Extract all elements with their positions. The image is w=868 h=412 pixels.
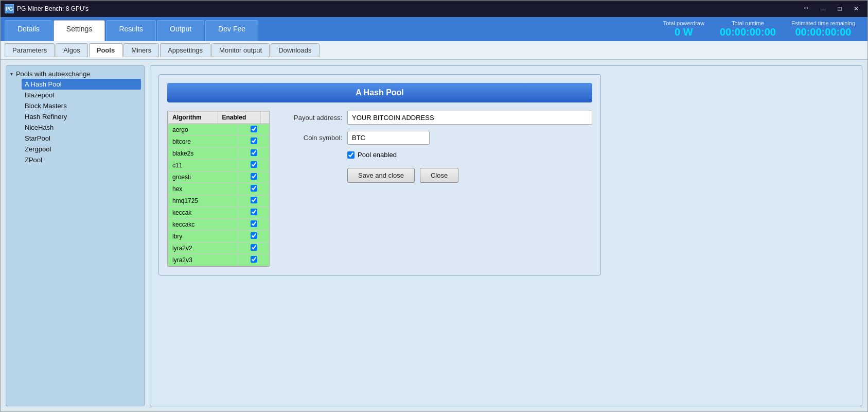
runtime-label: Total runtime — [720, 20, 776, 26]
close-button[interactable]: ✕ — [849, 4, 863, 14]
top-tab-bar: Details Settings Results Output Dev Fee … — [1, 17, 867, 41]
algo-enabled-cell[interactable] — [238, 243, 270, 254]
algo-name-cell: groesti — [168, 171, 238, 183]
algo-checkbox[interactable] — [251, 173, 257, 180]
button-row: Save and close Close — [347, 168, 592, 183]
algo-checkbox[interactable] — [251, 126, 257, 132]
algo-enabled-cell[interactable] — [238, 231, 270, 243]
pool-card-title: A Hash Pool — [167, 83, 592, 102]
main-window: PG PG Miner Bench: 8 GPU's ↔ — □ ✕ Detai… — [0, 0, 868, 412]
algo-enabled-cell[interactable] — [238, 148, 270, 160]
maximize-button[interactable]: □ — [832, 4, 847, 14]
algo-enabled-cell[interactable] — [238, 195, 270, 207]
pool-panel: A Hash Pool Algorithm Enabled — [150, 65, 862, 406]
runtime-block: Total runtime 00:00:00:00 — [720, 20, 776, 38]
algo-checkbox[interactable] — [251, 220, 257, 227]
subtab-appsettings[interactable]: Appsettings — [160, 43, 210, 57]
subtab-miners[interactable]: Miners — [123, 43, 159, 57]
algo-name-cell: lyra2v3 — [168, 254, 238, 266]
algo-enabled-cell[interactable] — [238, 124, 270, 136]
tab-results[interactable]: Results — [106, 20, 156, 41]
tab-output[interactable]: Output — [157, 20, 204, 41]
sidebar-item-zergpool[interactable]: Zergpool — [22, 144, 141, 154]
pool-enabled-checkbox[interactable] — [347, 151, 355, 159]
coin-label: Coin symbol: — [280, 134, 342, 142]
algo-name-cell: keccakc — [168, 219, 238, 231]
arrows-icon: ↔ — [803, 4, 810, 14]
tab-details[interactable]: Details — [5, 20, 52, 41]
sidebar-item-blazepool[interactable]: Blazepool — [22, 90, 141, 100]
algo-name-cell: keccak — [168, 207, 238, 219]
save-close-button[interactable]: Save and close — [347, 168, 415, 183]
algo-checkbox[interactable] — [251, 161, 257, 168]
runtime-value: 00:00:00:00 — [720, 26, 776, 38]
window-controls: ↔ — □ ✕ — [803, 4, 863, 14]
algo-name-cell: bitcore — [168, 136, 238, 148]
app-icon: PG — [5, 4, 14, 13]
algo-scroll-body[interactable]: aergobitcoreblake2sc11groestihexhmq1725k… — [168, 124, 270, 266]
pool-sidebar: ▼ Pools with autoexchange A Hash Pool Bl… — [6, 65, 145, 406]
payout-input[interactable] — [347, 111, 592, 125]
tree-children: A Hash Pool Blazepool Block Masters Hash… — [22, 79, 141, 165]
pool-card: A Hash Pool Algorithm Enabled — [158, 74, 601, 276]
algo-name-cell: hmq1725 — [168, 195, 238, 207]
algo-checkbox[interactable] — [251, 138, 257, 144]
algo-checkbox[interactable] — [251, 232, 257, 239]
algo-name-cell: lbry — [168, 231, 238, 243]
eta-label: Estimated time remaining — [791, 20, 855, 26]
col-algorithm: Algorithm — [168, 112, 218, 124]
powerdraw-value: 0 W — [663, 26, 704, 38]
system-info: Total powerdraw 0 W Total runtime 00:00:… — [663, 20, 863, 41]
powerdraw-label: Total powerdraw — [663, 20, 704, 26]
algo-enabled-cell[interactable] — [238, 254, 270, 266]
algo-name-cell: hex — [168, 183, 238, 195]
algo-checkbox[interactable] — [251, 149, 257, 156]
pool-enabled-row: Pool enabled — [347, 151, 592, 159]
sidebar-item-starpool[interactable]: StarPool — [22, 133, 141, 144]
algo-enabled-cell[interactable] — [238, 136, 270, 148]
subtab-parameters[interactable]: Parameters — [5, 43, 55, 57]
tree-group-header[interactable]: ▼ Pools with autoexchange — [9, 69, 141, 79]
coin-input[interactable] — [347, 131, 430, 145]
algo-name-cell: aergo — [168, 124, 238, 136]
eta-value: 00:00:00:00 — [791, 26, 855, 38]
algo-table-wrap: Algorithm Enabled aergobitcoreblake2sc11… — [167, 111, 270, 267]
coin-row: Coin symbol: — [280, 131, 592, 145]
sidebar-item-zpool[interactable]: ZPool — [22, 154, 141, 165]
algo-enabled-cell[interactable] — [238, 207, 270, 219]
close-button-pool[interactable]: Close — [420, 168, 458, 183]
algo-checkbox[interactable] — [251, 197, 257, 203]
algo-checkbox[interactable] — [251, 256, 257, 263]
col-enabled: Enabled — [218, 112, 260, 124]
algo-enabled-cell[interactable] — [238, 160, 270, 171]
sidebar-item-ahashpool[interactable]: A Hash Pool — [22, 79, 141, 90]
algo-name-cell: lyra2v2 — [168, 243, 238, 254]
algo-table: Algorithm Enabled — [168, 111, 270, 124]
payout-label: Payout address: — [280, 114, 342, 122]
algo-checkbox[interactable] — [251, 209, 257, 215]
sidebar-item-nicehash[interactable]: NiceHash — [22, 122, 141, 133]
algo-checkbox[interactable] — [251, 244, 257, 251]
tab-settings[interactable]: Settings — [54, 20, 105, 41]
title-bar: PG PG Miner Bench: 8 GPU's ↔ — □ ✕ — [1, 1, 867, 17]
powerdraw-block: Total powerdraw 0 W — [663, 20, 704, 38]
subtab-monitor-output[interactable]: Monitor output — [211, 43, 270, 57]
algo-checkbox[interactable] — [251, 185, 257, 192]
algo-enabled-cell[interactable] — [238, 171, 270, 183]
payout-row: Payout address: — [280, 111, 592, 125]
main-content: ▼ Pools with autoexchange A Hash Pool Bl… — [1, 60, 867, 411]
collapse-icon: ▼ — [9, 72, 14, 77]
algo-enabled-cell[interactable] — [238, 183, 270, 195]
subtab-algos[interactable]: Algos — [56, 43, 88, 57]
algo-name-cell: c11 — [168, 160, 238, 171]
subtab-downloads[interactable]: Downloads — [271, 43, 319, 57]
tab-devfee[interactable]: Dev Fee — [205, 20, 258, 41]
sidebar-item-hashrefinery[interactable]: Hash Refinery — [22, 111, 141, 122]
algo-name-cell: blake2s — [168, 148, 238, 160]
subtab-pools[interactable]: Pools — [89, 43, 122, 57]
pool-enabled-label[interactable]: Pool enabled — [358, 151, 397, 159]
pool-card-body: Algorithm Enabled aergobitcoreblake2sc11… — [167, 111, 592, 267]
algo-enabled-cell[interactable] — [238, 219, 270, 231]
sidebar-item-blockmasters[interactable]: Block Masters — [22, 100, 141, 111]
minimize-button[interactable]: — — [816, 4, 830, 14]
